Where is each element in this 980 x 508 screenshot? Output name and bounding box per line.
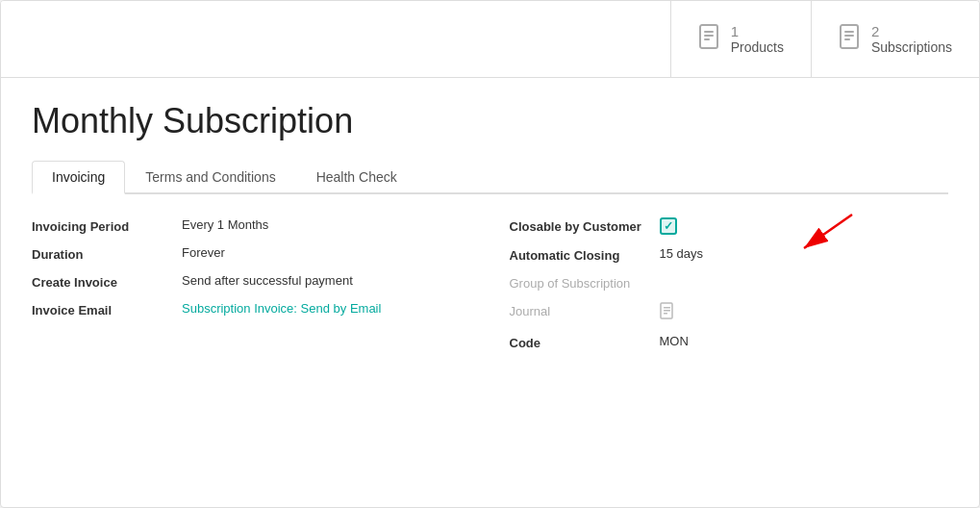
journal-icon	[660, 302, 675, 322]
invoicing-period-value: Every 1 Months	[182, 217, 268, 232]
code-row: Code MON	[510, 334, 949, 350]
main-container: 1 Products 2 Subscriptions Monthly Subsc…	[0, 0, 980, 508]
svg-rect-6	[844, 35, 854, 37]
svg-rect-12	[664, 310, 670, 312]
content-area: Monthly Subscription Invoicing Terms and…	[1, 78, 979, 507]
products-icon	[698, 23, 723, 56]
group-of-subscription-row: Group of Subscription	[510, 274, 949, 291]
products-count: 1	[731, 23, 739, 39]
group-of-subscription-label: Group of Subscription	[510, 274, 644, 291]
duration-label: Duration	[32, 245, 166, 262]
duration-row: Duration Forever	[32, 245, 471, 262]
svg-rect-1	[704, 31, 714, 33]
automatic-closing-value: 15 days	[660, 246, 704, 261]
closable-by-customer-checkbox[interactable]	[660, 217, 677, 235]
subscriptions-button[interactable]: 2 Subscriptions	[811, 1, 979, 77]
fields-container: Invoicing Period Every 1 Months Duration…	[32, 217, 948, 484]
tab-terms[interactable]: Terms and Conditions	[125, 161, 295, 194]
code-value: MON	[660, 334, 689, 348]
code-label: Code	[510, 334, 644, 350]
invoicing-period-row: Invoicing Period Every 1 Months	[32, 217, 471, 234]
create-invoice-value: Send after successful payment	[182, 273, 353, 288]
automatic-closing-label: Automatic Closing	[510, 246, 644, 263]
products-label: Products	[731, 39, 784, 55]
top-bar: 1 Products 2 Subscriptions	[1, 1, 979, 78]
invoice-email-value[interactable]: Subscription Invoice: Send by Email	[182, 301, 381, 316]
fields-right: Closable by Customer Automatic Closing 1…	[471, 217, 949, 484]
svg-rect-5	[844, 31, 854, 33]
invoicing-period-label: Invoicing Period	[32, 217, 166, 234]
fields-left: Invoicing Period Every 1 Months Duration…	[32, 217, 471, 484]
svg-rect-11	[664, 307, 670, 309]
page-title: Monthly Subscription	[32, 101, 948, 141]
invoice-email-row: Invoice Email Subscription Invoice: Send…	[32, 301, 471, 318]
journal-label: Journal	[510, 302, 644, 318]
tab-health-check[interactable]: Health Check	[296, 161, 417, 194]
svg-rect-7	[844, 38, 850, 40]
journal-row: Journal	[510, 302, 949, 322]
svg-rect-3	[704, 38, 710, 40]
duration-value: Forever	[182, 245, 225, 260]
invoice-email-label: Invoice Email	[32, 301, 166, 318]
automatic-closing-row: Automatic Closing 15 days	[510, 246, 949, 263]
products-button[interactable]: 1 Products	[670, 1, 811, 77]
tabs-container: Invoicing Terms and Conditions Health Ch…	[32, 161, 948, 194]
subscriptions-label: Subscriptions	[871, 39, 952, 55]
closable-by-customer-label: Closable by Customer	[510, 217, 644, 234]
closable-by-customer-row: Closable by Customer	[510, 217, 949, 235]
tab-invoicing[interactable]: Invoicing	[32, 161, 125, 194]
subscriptions-icon	[839, 23, 864, 56]
create-invoice-row: Create Invoice Send after successful pay…	[32, 273, 471, 290]
svg-rect-2	[704, 35, 714, 37]
create-invoice-label: Create Invoice	[32, 273, 166, 290]
subscriptions-count: 2	[871, 23, 879, 39]
svg-rect-13	[664, 313, 667, 315]
